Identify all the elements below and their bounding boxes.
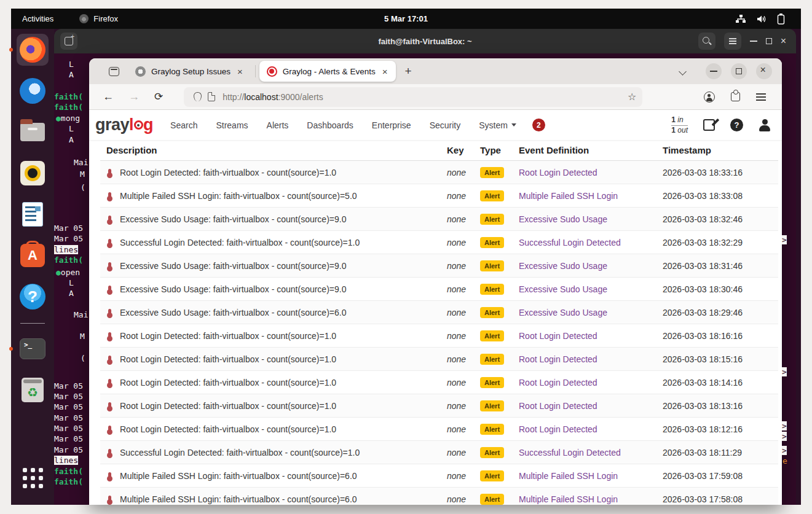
terminal-search-button[interactable] — [698, 33, 715, 50]
dock-item-help[interactable] — [17, 281, 49, 313]
terminal-menu-button[interactable] — [724, 33, 741, 50]
event-definition-link[interactable]: Root Login Detected — [519, 331, 597, 341]
activities-button[interactable]: Activities — [22, 14, 53, 23]
dock-item-terminal[interactable] — [17, 333, 49, 365]
table-row[interactable]: Root Login Detected: faith-virtualbox - … — [100, 161, 778, 184]
shield-icon[interactable] — [194, 92, 202, 101]
nav-item-security[interactable]: Security — [430, 120, 461, 130]
tab-graylog-alerts[interactable]: Graylog - Alerts & Events × — [259, 61, 396, 82]
event-definition-link[interactable]: Root Login Detected — [519, 378, 597, 387]
table-row[interactable]: Excessive Sudo Usage: faith-virtualbox -… — [100, 254, 778, 278]
event-definition-link[interactable]: Excessive Sudo Usage — [519, 214, 607, 224]
table-row[interactable]: Root Login Detected: faith-virtualbox - … — [100, 371, 778, 394]
event-description: Multiple Failed SSH Login: faith-virtual… — [120, 471, 357, 481]
window-minimize-button[interactable] — [706, 63, 722, 79]
clock[interactable]: 5 Mar 17:01 — [384, 14, 428, 23]
nav-item-enterprise[interactable]: Enterprise — [372, 120, 411, 130]
window-close-button[interactable] — [756, 63, 772, 79]
dock-item-libreoffice-writer[interactable] — [17, 198, 49, 230]
graylog-navbar: graylg SearchStreamsAlertsDashboardsEnte… — [89, 110, 782, 140]
tab-graylog-setup-issues[interactable]: Graylog Setup Issues × — [128, 61, 251, 82]
event-definition-link[interactable]: Excessive Sudo Usage — [519, 261, 607, 271]
system-tray[interactable] — [735, 14, 801, 25]
terminal-titlebar[interactable]: faith@faith-VirtualBox: ~ × — [54, 29, 796, 53]
event-definition-link[interactable]: Excessive Sudo Usage — [519, 308, 607, 317]
table-row[interactable]: Excessive Sudo Usage: faith-virtualbox -… — [100, 301, 778, 324]
terminal-text-fragment: Mar 05 — [54, 434, 83, 443]
firefox-view-icon[interactable] — [109, 67, 119, 76]
event-definition-link[interactable]: Root Login Detected — [519, 168, 597, 177]
menu-icon[interactable] — [756, 93, 766, 95]
event-definition-link[interactable]: Multiple Failed SSH Login — [519, 191, 618, 201]
graylog-logo[interactable]: graylg — [95, 115, 153, 134]
table-row[interactable]: Multiple Failed SSH Login: faith-virtual… — [100, 184, 778, 208]
url-bar[interactable]: http://localhost:9000/alerts ☆ — [184, 87, 642, 107]
nav-item-alerts[interactable]: Alerts — [267, 120, 289, 130]
dock-item-app-grid[interactable] — [17, 462, 49, 494]
alerts-table: Description Key Type Event Definition Ti… — [100, 140, 778, 505]
event-definition-link[interactable]: Root Login Detected — [519, 424, 597, 434]
event-description: Successful Login Detected: faith-virtual… — [120, 238, 360, 247]
page-info-icon[interactable] — [208, 92, 215, 101]
notification-badge[interactable]: 2 — [532, 119, 545, 131]
table-row[interactable]: Excessive Sudo Usage: faith-virtualbox -… — [100, 208, 778, 231]
extensions-icon[interactable] — [731, 92, 740, 101]
window-maximize-button[interactable] — [731, 63, 747, 79]
table-row[interactable]: Root Login Detected: faith-virtualbox - … — [100, 348, 778, 371]
terminal-text-fragment: A — [69, 135, 74, 144]
active-app-menu[interactable]: Firefox — [79, 14, 118, 23]
nav-item-search[interactable]: Search — [170, 120, 197, 130]
forward-button[interactable]: → — [121, 90, 147, 103]
bookmark-star-icon[interactable]: ☆ — [628, 91, 636, 103]
edit-icon[interactable] — [703, 119, 715, 131]
dock-item-firefox[interactable] — [17, 34, 49, 66]
terminal-maximize-button[interactable] — [766, 38, 772, 44]
dock-item-thunderbird[interactable] — [17, 75, 49, 107]
table-row[interactable]: Excessive Sudo Usage: faith-virtualbox -… — [100, 278, 778, 301]
table-row[interactable]: Root Login Detected: faith-virtualbox - … — [100, 324, 778, 348]
table-row[interactable]: Successful Login Detected: faith-virtual… — [100, 231, 778, 254]
event-definition-link[interactable]: Root Login Detected — [519, 354, 597, 364]
tab-close-icon[interactable]: × — [381, 66, 389, 77]
event-definition-link[interactable]: Excessive Sudo Usage — [519, 284, 607, 294]
dock-item-rhythmbox[interactable] — [17, 157, 49, 189]
dock-item-ubuntu-software[interactable] — [17, 239, 49, 271]
dock-item-files[interactable] — [17, 116, 49, 148]
back-button[interactable]: ← — [95, 90, 121, 103]
terminal-close-button[interactable]: × — [781, 36, 786, 46]
nav-item-system[interactable]: System — [479, 120, 516, 130]
help-circle-icon[interactable]: ? — [730, 119, 743, 131]
terminal-new-tab-button[interactable] — [60, 33, 77, 50]
tab-title: Graylog Setup Issues — [151, 67, 231, 76]
account-icon[interactable] — [704, 92, 715, 103]
event-definition-link[interactable]: Successful Login Detected — [519, 238, 621, 247]
event-type-badge: Alert — [480, 284, 504, 295]
col-type: Type — [480, 145, 519, 155]
terminal-minimize-button[interactable] — [750, 41, 757, 42]
table-row[interactable]: Root Login Detected: faith-virtualbox - … — [100, 394, 778, 418]
user-icon[interactable] — [759, 119, 771, 131]
event-key: none — [447, 424, 480, 434]
event-definition-link[interactable]: Multiple Failed SSH Login — [519, 494, 618, 504]
reload-button[interactable]: ⟳ — [147, 90, 170, 103]
alert-thermometer-icon — [108, 402, 111, 410]
table-row[interactable]: Root Login Detected: faith-virtualbox - … — [100, 418, 778, 441]
event-definition-link[interactable]: Successful Login Detected — [519, 448, 621, 458]
event-definition-link[interactable]: Multiple Failed SSH Login — [519, 471, 618, 481]
browser-toolbar: ← → ⟳ http://localhost:9000/alerts ☆ — [89, 84, 782, 110]
event-type-badge: Alert — [480, 470, 504, 481]
table-row[interactable]: Multiple Failed SSH Login: faith-virtual… — [100, 488, 778, 505]
tab-close-icon[interactable]: × — [236, 66, 244, 77]
nav-item-streams[interactable]: Streams — [216, 120, 248, 130]
dock-item-trash[interactable] — [17, 374, 49, 406]
event-type-badge: Alert — [480, 330, 504, 341]
list-tabs-chevron-icon[interactable] — [679, 68, 687, 76]
event-definition-link[interactable]: Root Login Detected — [519, 401, 597, 411]
table-row[interactable]: Multiple Failed SSH Login: faith-virtual… — [100, 464, 778, 488]
event-key: none — [447, 214, 480, 224]
terminal-text-fragment: A — [69, 289, 74, 298]
terminal-text-fragment: ( — [81, 354, 85, 363]
table-row[interactable]: Successful Login Detected: faith-virtual… — [100, 441, 778, 464]
nav-item-dashboards[interactable]: Dashboards — [307, 120, 353, 130]
new-tab-button[interactable]: + — [404, 64, 411, 78]
